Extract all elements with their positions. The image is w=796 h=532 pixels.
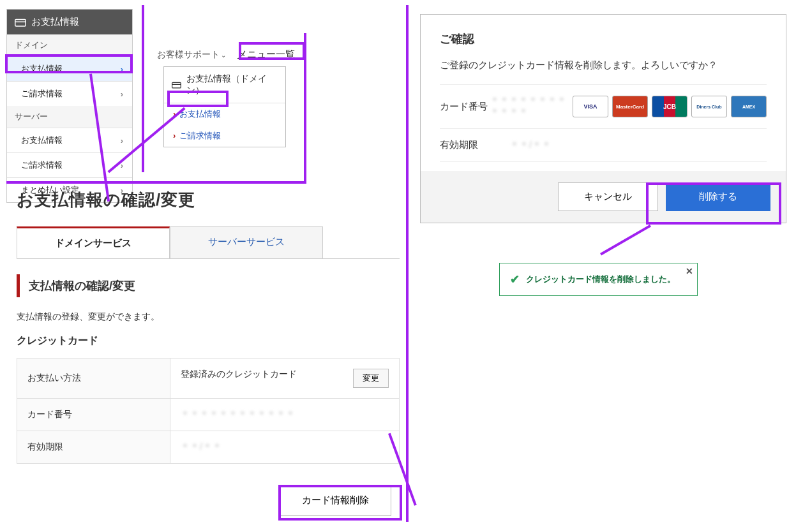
sidebar-group-domain: ドメイン xyxy=(7,34,132,56)
modal-message: ご登録のクレジットカード情報を削除します。よろしいですか？ xyxy=(440,59,767,71)
sidebar-item-label: ご請求情報 xyxy=(21,88,63,100)
top-menu: お客様サポート⌄ メニュー一覧 xyxy=(157,48,295,62)
popover-header: お支払情報（ドメイン） xyxy=(164,67,285,103)
subsection-title: クレジットカード xyxy=(17,334,400,348)
expiry-label: 有効期限 xyxy=(17,431,170,464)
sidebar-item-server-billing[interactable]: ご請求情報 › xyxy=(7,152,132,177)
modal-row-expiry: 有効期限 ＊＊/＊＊ xyxy=(440,128,767,162)
check-icon: ✔ xyxy=(510,272,520,286)
sidebar: お支払情報 ドメイン お支払情報 › ご請求情報 › サーバー お支払情報 › … xyxy=(6,9,133,203)
amex-icon: AMEX xyxy=(731,96,767,117)
delete-card-button[interactable]: カード情報削除 xyxy=(280,485,391,516)
card-number-label: カード番号 xyxy=(17,399,170,431)
sidebar-item-server-payment[interactable]: お支払情報 › xyxy=(7,128,132,152)
card-number-value: ＊＊＊＊＊＊＊＊＊＊＊＊ xyxy=(170,399,400,431)
modal-row-card-number: カード番号 ＊＊＊＊＊＊＊＊＊＊＊＊ VISA MasterCard JCB D… xyxy=(440,84,767,128)
chevron-right-icon: › xyxy=(121,89,123,99)
card-icon xyxy=(172,81,181,89)
sidebar-header: お支払情報 xyxy=(7,10,132,34)
card-brand-icons: VISA MasterCard JCB Diners Club AMEX xyxy=(573,96,767,117)
sidebar-item-label: お支払情報 xyxy=(21,135,63,146)
mastercard-icon: MasterCard xyxy=(612,96,648,117)
modal-footer: キャンセル 削除する xyxy=(421,171,786,223)
diners-icon: Diners Club xyxy=(691,96,727,117)
svg-rect-0 xyxy=(15,19,26,26)
modal-title: ご確認 xyxy=(440,31,767,47)
main-content: お支払情報の確認/変更 ドメインサービス サーバーサービス 支払情報の確認/変更… xyxy=(17,189,400,464)
support-dropdown[interactable]: お客様サポート⌄ xyxy=(157,49,226,61)
delete-card-button-wrap: カード情報削除 xyxy=(280,485,391,516)
payment-method-value-cell: 登録済みのクレジットカード 変更 xyxy=(170,358,400,399)
card-icon xyxy=(15,18,26,27)
popover-item-billing[interactable]: ご請求情報 xyxy=(164,125,285,147)
expiry-value: ＊＊/＊＊ xyxy=(170,431,400,464)
sidebar-title: お支払情報 xyxy=(31,16,79,28)
jcb-icon: JCB xyxy=(652,96,687,117)
sidebar-item-domain-billing[interactable]: ご請求情報 › xyxy=(7,81,132,106)
modal-cardno-value: ＊＊＊＊＊＊＊＊＊＊＊＊ xyxy=(490,95,573,118)
sidebar-item-label: お支払情報 xyxy=(21,63,63,75)
chevron-right-icon: › xyxy=(121,161,123,170)
payment-submenu-popover: お支払情報（ドメイン） お支払情報 ご請求情報 xyxy=(163,66,286,147)
confirm-delete-button[interactable]: 削除する xyxy=(666,182,770,211)
success-toast: ✔ クレジットカード情報を削除しました。 ✕ xyxy=(499,263,698,296)
tab-server-service[interactable]: サーバーサービス xyxy=(170,226,323,258)
close-icon[interactable]: ✕ xyxy=(686,266,693,276)
sidebar-item-label: ご請求情報 xyxy=(21,159,63,171)
chevron-right-icon: › xyxy=(121,64,123,74)
modal-expiry-label: 有効期限 xyxy=(440,139,510,151)
cancel-button[interactable]: キャンセル xyxy=(558,182,658,211)
svg-rect-2 xyxy=(172,82,181,88)
menu-list-link[interactable]: メニュー一覧 xyxy=(237,48,295,62)
payment-method-label: お支払い方法 xyxy=(17,358,170,399)
tabs: ドメインサービス サーバーサービス xyxy=(17,226,400,259)
confirm-delete-modal: ご確認 ご登録のクレジットカード情報を削除します。よろしいですか？ カード番号 … xyxy=(420,14,786,223)
tab-domain-service[interactable]: ドメインサービス xyxy=(17,226,170,258)
popover-item-payment[interactable]: お支払情報 xyxy=(164,103,285,125)
section-note: 支払情報の登録、変更ができます。 xyxy=(17,311,400,323)
change-button[interactable]: 変更 xyxy=(353,369,389,388)
caret-down-icon: ⌄ xyxy=(221,52,226,59)
chevron-right-icon: › xyxy=(121,136,123,145)
modal-cardno-label: カード番号 xyxy=(440,101,490,113)
section-title: 支払情報の確認/変更 xyxy=(17,274,400,297)
modal-expiry-value: ＊＊/＊＊ xyxy=(510,140,552,151)
card-info-table: お支払い方法 登録済みのクレジットカード 変更 カード番号 ＊＊＊＊＊＊＊＊＊＊… xyxy=(17,358,400,464)
sidebar-group-server: サーバー xyxy=(7,106,132,128)
visa-icon: VISA xyxy=(573,96,608,117)
page-title: お支払情報の確認/変更 xyxy=(17,189,400,211)
sidebar-item-domain-payment[interactable]: お支払情報 › xyxy=(7,56,132,81)
toast-text: クレジットカード情報を削除しました。 xyxy=(526,274,675,285)
